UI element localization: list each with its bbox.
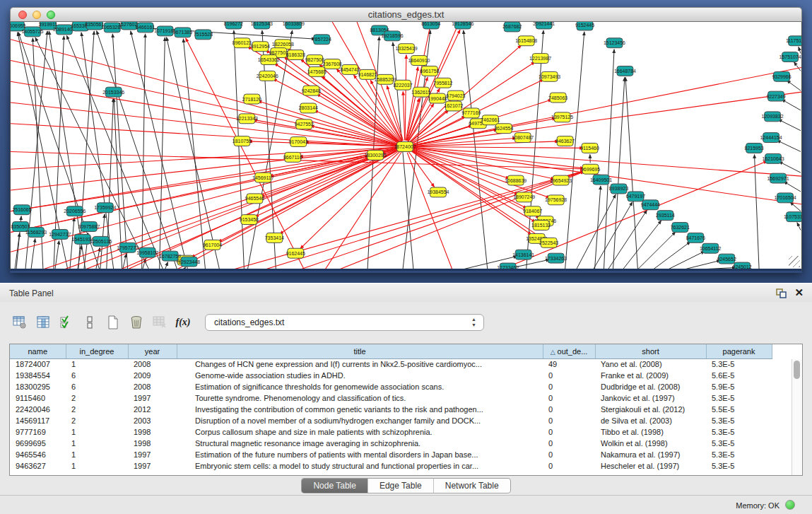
graph-node[interactable]: 9245652 — [717, 254, 736, 264]
graph-node[interactable]: 9242848 — [302, 86, 321, 95]
graph-node[interactable]: 13975125 — [551, 112, 573, 122]
graph-node[interactable]: 12093832 — [762, 112, 784, 122]
graph-node[interactable]: 9427552 — [295, 119, 314, 129]
graph-node[interactable]: 1475685 — [307, 66, 326, 76]
graph-node[interactable]: 17334263 — [545, 253, 567, 263]
graph-node[interactable]: 6794023 — [446, 90, 465, 100]
graph-node[interactable]: 17359924 — [94, 203, 116, 213]
tab-network-table[interactable]: Network Table — [434, 479, 510, 493]
graph-node[interactable]: 1990448 — [428, 93, 447, 103]
graph-node[interactable]: 16033809 — [283, 22, 305, 29]
citation-edge-red[interactable] — [11, 156, 369, 211]
graph-node[interactable]: 9699695 — [581, 164, 600, 174]
column-header-short[interactable]: short — [595, 344, 706, 358]
citation-edge-black[interactable] — [31, 238, 35, 269]
graph-node[interactable]: 16409501 — [590, 175, 612, 185]
citation-network-graph[interactable]: 1872400789601238912954182260589827503165… — [11, 22, 801, 269]
graph-node[interactable]: 7632621 — [671, 223, 690, 233]
zoom-window-button[interactable] — [47, 11, 55, 19]
graph-node[interactable]: 9170043 — [289, 137, 308, 147]
float-panel-icon[interactable] — [776, 288, 787, 298]
select-columns-icon[interactable] — [57, 313, 76, 332]
table-row[interactable]: 1938455462009Genome-wide association stu… — [10, 370, 772, 381]
table-row[interactable]: 911546021997Tourette syndrome. Phenomeno… — [10, 392, 772, 404]
table-row[interactable]: 969969511998Structural magnetic resonanc… — [10, 438, 772, 449]
citation-edge-black[interactable] — [787, 81, 801, 91]
graph-node[interactable]: 8960123 — [233, 38, 252, 48]
table-options-icon[interactable] — [10, 313, 30, 332]
graph-node[interactable]: 12505135 — [90, 236, 112, 246]
graph-node[interactable]: 19128546 — [452, 22, 473, 29]
citation-edge-red[interactable] — [411, 147, 584, 148]
graph-node[interactable]: 9463627 — [555, 136, 575, 146]
citation-edge-black[interactable] — [799, 47, 801, 53]
citation-edge-black[interactable] — [70, 218, 74, 269]
graph-node[interactable]: 20206556 — [64, 206, 86, 216]
graph-node[interactable]: 15123456 — [604, 38, 625, 48]
graph-node[interactable]: 2803144 — [299, 103, 318, 113]
graph-node[interactable]: 9465546 — [245, 194, 264, 204]
citation-edge-black[interactable] — [613, 77, 624, 269]
table-scrollbar[interactable] — [792, 359, 802, 475]
graph-node[interactable]: 8196272 — [224, 22, 243, 29]
delete-attribute-icon[interactable] — [126, 313, 146, 332]
graph-node[interactable]: 2516065 — [12, 205, 31, 215]
table-row[interactable]: 946554611997Estimation of the future num… — [10, 449, 772, 460]
citation-edge-black[interactable] — [668, 251, 705, 269]
column-header-title[interactable]: title — [177, 344, 543, 358]
table-row[interactable]: 977716911998Corpus callosum shape and si… — [10, 426, 772, 438]
graph-node[interactable]: 7515528 — [194, 30, 213, 40]
column-header-out_de[interactable]: △out_de... — [543, 344, 595, 358]
citation-edge-black[interactable] — [637, 232, 676, 269]
graph-node[interactable]: 16210643 — [763, 153, 784, 163]
graph-node[interactable]: 10807487 — [512, 133, 534, 143]
graph-node[interactable]: 18724007 — [394, 142, 416, 152]
graph-node[interactable]: 9474444 — [641, 200, 660, 210]
citation-edge-black[interactable] — [684, 260, 720, 269]
graph-node[interactable]: 8215953 — [745, 144, 764, 153]
graph-node[interactable]: 15692971 — [767, 173, 789, 183]
graph-node[interactable]: 2522543 — [539, 238, 558, 247]
graph-node[interactable]: 10654112 — [700, 243, 722, 253]
graph-node[interactable]: 19384554 — [427, 187, 449, 197]
citation-edge-black[interactable] — [594, 202, 632, 269]
delete-table-icon[interactable] — [150, 313, 170, 332]
graph-node[interactable]: 16125343 — [251, 22, 273, 29]
table-selector-dropdown[interactable]: citations_edges.txt ▲▼ — [205, 314, 484, 331]
graph-node[interactable]: 8613054 — [421, 22, 440, 29]
graph-node[interactable]: 18640910 — [408, 56, 430, 66]
graph-node[interactable]: 15751074 — [779, 52, 801, 62]
citation-edge-black[interactable] — [794, 62, 801, 71]
graph-node[interactable]: 8222037 — [393, 80, 412, 90]
citation-edge-red[interactable] — [403, 91, 404, 140]
graph-node[interactable]: 2718120 — [242, 94, 261, 104]
graph-node[interactable]: 9671385 — [173, 28, 192, 37]
graph-node[interactable]: 1810755 — [233, 136, 252, 146]
graph-node[interactable]: 10688639 — [505, 175, 526, 185]
citation-edge-black[interactable] — [165, 262, 168, 269]
citation-edge-black[interactable] — [779, 161, 801, 173]
graph-node[interactable]: 12942737 — [49, 229, 71, 239]
graph-node[interactable]: 8912954 — [251, 42, 270, 52]
graph-node[interactable]: 19958107 — [136, 247, 158, 257]
citation-edge-red[interactable] — [43, 157, 370, 269]
graph-node[interactable]: 9184067 — [523, 206, 542, 216]
citation-edge-black[interactable] — [623, 221, 661, 269]
graph-node[interactable]: 9227349 — [766, 91, 785, 101]
graph-node[interactable]: 12213343 — [236, 114, 258, 124]
graph-node[interactable]: 22420046 — [257, 71, 278, 81]
minimize-window-button[interactable] — [33, 11, 41, 19]
graph-node[interactable]: 12923448 — [178, 257, 200, 267]
scrollbar-thumb[interactable] — [794, 361, 800, 379]
citation-edge-red[interactable] — [11, 147, 399, 169]
citation-edge-black[interactable] — [464, 30, 488, 269]
graph-node[interactable]: 16648784 — [614, 66, 636, 76]
citation-edge-black[interactable] — [595, 186, 601, 269]
tab-node-table[interactable]: Node Table — [302, 479, 368, 493]
show-columns-icon[interactable] — [33, 313, 53, 332]
graph-node[interactable]: 9153458 — [240, 215, 259, 225]
column-header-name[interactable]: name — [10, 344, 66, 358]
graph-node[interactable]: 9777169 — [461, 108, 481, 118]
graph-node[interactable]: 7857224 — [312, 35, 331, 45]
graph-node[interactable]: 12213987 — [529, 54, 551, 64]
